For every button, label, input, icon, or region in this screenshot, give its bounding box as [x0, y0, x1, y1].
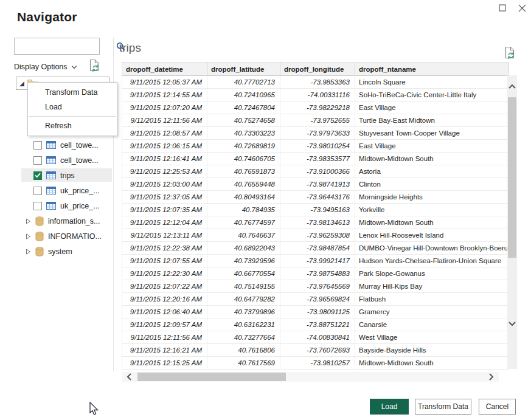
table-cell: Flatbush [355, 293, 509, 306]
column-header-dropoff-ntaname[interactable]: dropoff_ntaname [355, 63, 509, 76]
mouse-cursor [89, 402, 100, 416]
database-icon [35, 232, 44, 241]
table-cell: 9/11/2015 12:37:05 AM [122, 191, 207, 204]
table-cell: -73.98353577 [280, 153, 355, 165]
maximize-button[interactable] [494, 1, 511, 15]
scroll-right-icon[interactable] [488, 373, 494, 381]
menu-item-transform-data[interactable]: Transform Data [28, 85, 117, 100]
table-cell: 9/11/2015 12:11:56 AM [122, 114, 207, 127]
scroll-down-icon[interactable] [508, 321, 516, 326]
table-cell: 40.72689819 [207, 140, 280, 153]
context-menu: Transform Data Load Refresh [27, 82, 117, 136]
table-cell: 40.73303223 [207, 127, 280, 140]
horizontal-scrollbar-thumb[interactable] [137, 373, 286, 381]
checkbox-unchecked[interactable] [33, 156, 42, 165]
cancel-button[interactable]: Cancel [479, 399, 516, 415]
table-cell: -74.00331116 [280, 89, 355, 102]
tree-item-trips[interactable]: trips [12, 168, 111, 183]
table-cell: 40.68922043 [207, 242, 280, 255]
table-cell: Turtle Bay-East Midtown [355, 114, 509, 127]
table-row: 9/11/2015 12:11:56 AM40.73277664-74.0083… [122, 331, 509, 344]
table-cell: 9/11/2015 12:09:57 AM [122, 318, 207, 331]
table-cell: 40.72410965 [207, 89, 280, 102]
table-cell: -73.9810257 [280, 357, 355, 370]
table-row: 9/11/2015 12:16:21 AM40.7616806-73.76072… [122, 344, 509, 357]
table-icon [46, 156, 56, 164]
close-icon [518, 4, 526, 12]
tree-item-system[interactable]: system [12, 244, 111, 259]
table-cell: 40.64779282 [207, 293, 280, 306]
table-cell: -73.98229218 [280, 102, 355, 114]
table-cell: -73.96569824 [280, 293, 355, 306]
checkbox-unchecked[interactable] [33, 141, 42, 150]
table-cell: 9/11/2015 12:12:04 AM [122, 216, 207, 229]
dialog-title: Navigator [17, 10, 77, 24]
table-cell: 9/11/2015 12:06:40 AM [122, 306, 207, 318]
table-cell: 9/11/2015 12:25:53 AM [122, 165, 207, 178]
column-header-dropoff-datetime[interactable]: dropoff_datetime [122, 63, 207, 76]
expand-icon[interactable] [26, 233, 33, 239]
refresh-preview-icon[interactable] [504, 46, 516, 62]
expand-icon[interactable] [26, 249, 33, 255]
table-cell: Hudson Yards-Chelsea-Flatiron-Union Squa… [355, 255, 509, 267]
search-input[interactable] [15, 38, 116, 54]
menu-item-load[interactable]: Load [28, 100, 117, 114]
column-header-dropoff-longitude[interactable]: dropoff_longitude [280, 63, 355, 76]
vertical-scrollbar-thumb[interactable] [508, 97, 516, 258]
table-row: 9/11/2015 12:22:38 AM40.68922043-73.9848… [122, 242, 509, 255]
tree-item-cell-towe[interactable]: cell_towe... [12, 153, 111, 168]
table-row: 9/11/2015 12:12:04 AM40.76774597-73.9813… [122, 216, 509, 229]
table-cell: 9/11/2015 12:07:35 AM [122, 204, 207, 216]
table-cell: Lenox Hill-Roosevelt Island [355, 229, 509, 242]
table-cell: 9/11/2015 12:14:55 AM [122, 89, 207, 102]
table-header-row: dropoff_datetime dropoff_latitude dropof… [122, 63, 509, 76]
checkbox-unchecked[interactable] [33, 202, 42, 210]
checkbox-checked[interactable] [33, 171, 42, 180]
horizontal-scrollbar[interactable] [122, 372, 499, 382]
table-cell: 40.75149155 [207, 280, 280, 293]
table-row: 9/11/2015 12:07:35 AM40.784935-73.949516… [122, 204, 509, 216]
tree-item-label: cell_towe... [60, 156, 99, 165]
table-cell: 40.73799896 [207, 306, 280, 318]
tree-item-information-s[interactable]: information_s... [12, 213, 111, 229]
table-cell: East Village [355, 102, 509, 114]
vertical-scrollbar[interactable] [507, 75, 517, 369]
tree-item-label: cell_towe... [60, 141, 99, 150]
table-cell: 9/11/2015 12:16:41 AM [122, 153, 207, 165]
transform-data-button[interactable]: Transform Data [415, 399, 471, 415]
table-cell: -73.9853363 [280, 76, 355, 89]
table-row: 9/11/2015 12:15:25 AM40.7617569-73.98102… [122, 357, 509, 370]
table-cell: 40.73929596 [207, 255, 280, 267]
table-cell: 40.73277664 [207, 331, 280, 344]
tree-item-uk-price[interactable]: uk_price_... [12, 183, 111, 198]
tree-item-informatio[interactable]: INFORMATIO... [12, 229, 111, 244]
tree-item-uk-price[interactable]: uk_price_... [12, 198, 111, 213]
tree-item-label: information_s... [48, 217, 100, 225]
table-row: 9/11/2015 12:22:30 AM40.66770554-73.9875… [122, 267, 509, 280]
column-header-dropoff-latitude[interactable]: dropoff_latitude [207, 63, 280, 76]
table-cell: 40.75274658 [207, 114, 280, 127]
table-cell: Midtown-Midtown South [355, 216, 509, 229]
load-button[interactable]: Load [370, 399, 409, 415]
menu-item-refresh[interactable]: Refresh [28, 119, 117, 133]
expand-collapse-icon[interactable] [19, 81, 25, 87]
table-cell: 40.80493164 [207, 191, 280, 204]
menu-separator [29, 116, 116, 117]
table-cell: 40.7616806 [207, 344, 280, 357]
refresh-preview-icon[interactable] [89, 59, 100, 75]
preview-table: dropoff_datetime dropoff_latitude dropof… [122, 62, 508, 370]
table-cell: 9/11/2015 12:22:30 AM [122, 267, 207, 280]
tree-item-label: INFORMATIO... [48, 232, 102, 241]
table-icon [46, 202, 56, 210]
search-box[interactable] [14, 38, 100, 55]
scroll-left-icon[interactable] [127, 373, 132, 381]
checkbox-unchecked[interactable] [33, 187, 42, 195]
scroll-up-icon[interactable] [508, 84, 516, 89]
table-cell: -73.88751221 [280, 318, 355, 331]
navigator-dialog: Navigator Display Options [0, 0, 531, 420]
table-cell: 9/11/2015 12:07:55 AM [122, 255, 207, 267]
expand-icon[interactable] [26, 218, 33, 224]
close-button[interactable] [513, 1, 530, 15]
table-cell: 9/11/2015 12:15:25 AM [122, 357, 207, 370]
tree-item-cell-towe[interactable]: cell_towe... [12, 137, 111, 153]
